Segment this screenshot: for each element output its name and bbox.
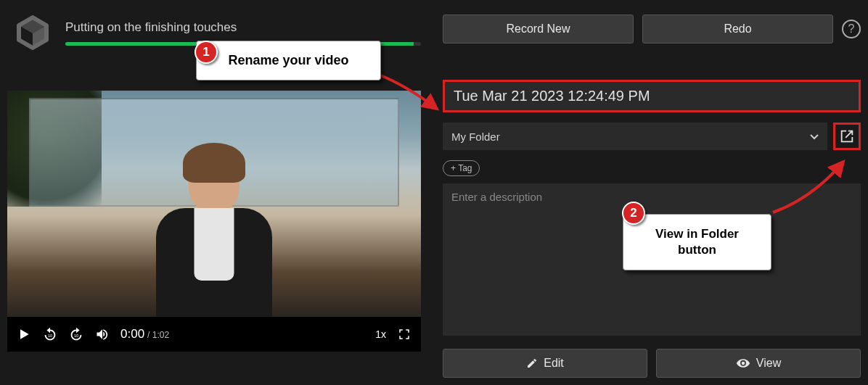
playback-speed[interactable]: 1x [375,328,386,340]
add-tag-button[interactable]: + Tag [443,160,480,176]
annotation-callout-2: View in Folder button [623,214,771,270]
annotation-arrow-1 [377,71,443,115]
forward-10-icon[interactable]: 10 [68,326,84,342]
rewind-10-icon[interactable]: 10 [42,326,58,342]
video-player[interactable]: 10 10 0:00 / 1:02 1x [7,91,421,352]
eye-icon [736,356,750,370]
view-button[interactable]: View [656,349,861,378]
annotation-callout-1: Rename your video [196,41,381,80]
edit-button[interactable]: Edit [443,349,647,378]
svg-text:10: 10 [48,334,52,338]
folder-select-label: My Folder [451,131,500,143]
pencil-icon [526,357,538,369]
edit-button-label: Edit [544,357,564,370]
fullscreen-icon[interactable] [396,326,412,342]
record-new-button[interactable]: Record New [443,15,634,44]
open-external-icon [839,128,855,144]
annotation-arrow-2 [769,158,849,216]
view-button-label: View [756,357,781,370]
time-display: 0:00 / 1:02 [120,327,169,341]
volume-icon[interactable] [94,326,110,342]
chevron-down-icon [810,131,819,143]
total-time: 1:02 [152,330,169,340]
view-in-folder-button[interactable] [833,123,861,150]
annotation-badge-2: 2 [622,202,645,225]
video-thumbnail [7,91,421,317]
video-title-input[interactable]: Tue Mar 21 2023 12:24:49 PM [443,80,861,112]
annotation-badge-1: 1 [195,41,218,64]
progress-status-text: Putting on the finishing touches [65,20,421,35]
current-time: 0:00 [120,327,144,341]
app-logo [15,15,51,51]
folder-select[interactable]: My Folder [443,123,827,150]
redo-button[interactable]: Redo [642,15,833,44]
play-icon[interactable] [16,326,32,342]
help-icon[interactable]: ? [842,20,861,38]
svg-text:10: 10 [74,334,78,338]
